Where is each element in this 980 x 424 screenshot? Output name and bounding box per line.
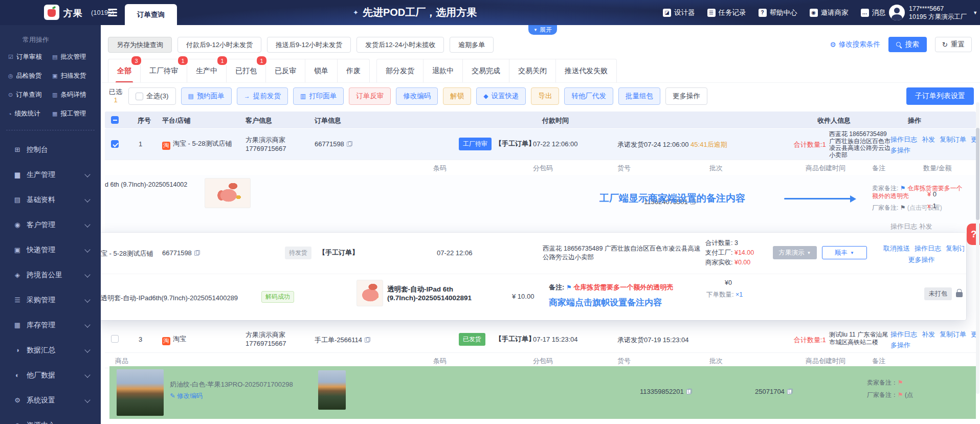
row1-checkbox[interactable] xyxy=(111,140,119,148)
copy-icon[interactable] xyxy=(347,141,352,147)
tab-voided[interactable]: 作废 xyxy=(338,59,369,83)
modify-search-link[interactable]: ⚙ 修改搜索条件 xyxy=(830,40,880,49)
tab-closed[interactable]: 交易关闭 xyxy=(509,59,556,83)
flag-icon[interactable]: ⚑ xyxy=(900,185,906,192)
tab-factory-audit[interactable]: 工厂待审1 xyxy=(141,59,187,83)
set-express-button[interactable]: ◆设置快递 xyxy=(476,87,526,105)
cancel-push-link[interactable]: 取消推送 xyxy=(883,244,910,252)
copy-icon[interactable] xyxy=(686,389,692,394)
menu-help-center[interactable]: ?帮助中心 xyxy=(759,8,797,17)
quickop-performance[interactable]: ◔绩效统计 xyxy=(8,109,40,118)
row3-customer: 方果演示商家17769715667 xyxy=(246,330,312,348)
tab-push-failed[interactable]: 推送代发失败 xyxy=(556,59,616,83)
op-log-link[interactable]: 操作日志 xyxy=(915,244,941,252)
sidebar-item-inventory[interactable]: ▦库存管理 xyxy=(0,313,101,338)
copy-order-link[interactable]: 复制订单 xyxy=(940,330,966,338)
sidebar-item-data-summary[interactable]: ◑数据汇总 xyxy=(0,338,101,363)
edit-code-link[interactable]: ✎ 修改编码 xyxy=(170,392,203,400)
flag-icon[interactable]: ⚑ xyxy=(566,284,572,291)
more-ops-link[interactable]: 更多操作 xyxy=(908,256,935,263)
quickop-batch-manage[interactable]: ▤批次管理 xyxy=(52,53,86,61)
reissue-link[interactable]: 补发 xyxy=(922,136,935,143)
sidebar-item-other-factory[interactable]: ◐他厂数据 xyxy=(0,363,101,388)
search-button[interactable]: 搜索 xyxy=(888,37,927,52)
chevron-down-icon xyxy=(84,322,90,327)
sidebar-divider xyxy=(6,130,95,130)
flag-icon[interactable]: ⚑ xyxy=(898,391,903,398)
sidebar-item-customers[interactable]: ◉客户管理 xyxy=(0,212,101,237)
suborder-list-settings-button[interactable]: 子订单列表设置 xyxy=(906,87,974,105)
tab-locked[interactable]: 锁单 xyxy=(305,59,338,83)
factory-note-hint[interactable]: (点击可设置) xyxy=(907,204,942,211)
reset-button[interactable]: ↻ 重置 xyxy=(935,37,972,52)
tab-order-query[interactable]: 订单查询 xyxy=(125,4,177,25)
flag-icon[interactable]: ⚑ xyxy=(898,379,903,386)
more-actions-button[interactable]: 更多操作 xyxy=(665,87,707,105)
user-account[interactable]: 177****5667 10195 方果演示工厂 ▼ xyxy=(889,0,977,25)
quickop-scan-ship[interactable]: ▣扫描发货 xyxy=(52,72,86,80)
express-select-dropdown[interactable]: 顺丰▼ xyxy=(822,246,867,259)
lock-icon[interactable] xyxy=(956,292,963,297)
row1-total-qty: 合计数量:1 xyxy=(794,140,826,149)
select-all-checkbox[interactable] xyxy=(136,93,143,100)
factory-select-dropdown[interactable]: 方果演示▼ xyxy=(773,246,817,259)
edit-code-button[interactable]: 修改编码 xyxy=(396,87,438,105)
sidebar-item-base-data[interactable]: ▤基础资料 xyxy=(0,187,101,212)
reserve-label-button[interactable]: ▤预约面单 xyxy=(181,87,232,105)
header-checkbox[interactable] xyxy=(111,116,119,124)
chevron-down-icon[interactable]: ▼ xyxy=(973,10,977,15)
copy-order-link[interactable]: 复制订单 xyxy=(946,244,964,252)
print-label-button[interactable]: ▥打印面单 xyxy=(293,87,344,105)
menu-messages[interactable]: …消息 xyxy=(861,8,886,17)
filter-unshipped-9-12h-pushed[interactable]: 推送后9-12小时未发货 xyxy=(267,37,351,53)
transfer-factory-button[interactable]: 转他厂代发 xyxy=(564,87,613,105)
overlay-receiver: 西蓝花 18656735489 广西壮族自治区百色市凌云县高速公路旁云边小卖部 xyxy=(543,244,702,262)
collapse-menu-icon[interactable] xyxy=(108,9,117,10)
sidebar-item-resources[interactable]: ⊚资源中心 xyxy=(0,413,101,424)
menu-task-log[interactable]: ☰任务记录 xyxy=(707,8,746,17)
tab-refunding[interactable]: 退款中 xyxy=(424,59,463,83)
filter-unshipped-9-12h-paid[interactable]: 付款后9-12小时未发货 xyxy=(177,37,261,53)
quickop-work-report[interactable]: ▦报工管理 xyxy=(52,109,86,118)
op-log-link[interactable]: 操作日志 xyxy=(890,330,917,338)
sidebar-item-settings[interactable]: ⚙系统设置 xyxy=(0,388,101,413)
copy-order-link[interactable]: 复制订单 xyxy=(940,136,966,143)
flag-icon[interactable]: ⚑ xyxy=(900,204,906,211)
copy-icon[interactable] xyxy=(365,337,370,343)
tab-all[interactable]: 全部3 xyxy=(108,59,141,83)
sidebar-item-production[interactable]: ▆生产管理 xyxy=(0,162,101,187)
copy-icon[interactable] xyxy=(787,389,792,394)
tab-packed[interactable]: 已打包1 xyxy=(227,59,266,83)
tab-partial-shipped[interactable]: 部分发货 xyxy=(377,59,424,83)
search-icon xyxy=(896,42,902,48)
menu-designer[interactable]: ◪设计器 xyxy=(663,8,695,17)
sidebar-item-console[interactable]: ⊞控制台 xyxy=(0,137,101,162)
order-reaudit-button[interactable]: 订单反审 xyxy=(349,87,391,105)
tab-re-audited[interactable]: 已反审 xyxy=(266,59,305,83)
quickop-barcode-detail[interactable]: ▥条码详情 xyxy=(52,91,86,99)
save-quick-query-button[interactable]: 另存为快捷查询 xyxy=(108,37,172,53)
scrollbar-thumb[interactable] xyxy=(976,128,979,220)
expand-toggle[interactable]: ▼ 展开 xyxy=(528,25,557,35)
copy-icon[interactable] xyxy=(194,250,199,256)
op-log-link[interactable]: 操作日志 xyxy=(890,136,917,143)
select-all-button[interactable]: 全选(3) xyxy=(128,87,176,105)
filter-overdue-multi[interactable]: 逾期多单 xyxy=(450,37,494,53)
sidebar-item-crossborder[interactable]: ◈跨境首公里 xyxy=(0,262,101,287)
unlock-button[interactable]: 解锁 xyxy=(443,87,471,105)
menu-invite-merchant[interactable]: ◉邀请商家 xyxy=(810,8,849,17)
quickop-order-query[interactable]: ⊙订单查询 xyxy=(8,91,41,99)
sidebar-item-express[interactable]: ▣快递管理 xyxy=(0,237,101,262)
reissue-link[interactable]: 补发 xyxy=(922,330,935,338)
tab-completed[interactable]: 交易完成 xyxy=(463,59,509,83)
batch-pack-button[interactable]: 批量组包 xyxy=(618,87,660,105)
row1-receiver: 西蓝花 18656735489 广西壮族自治区百色市凌云县高速公路旁云边小卖部 xyxy=(829,131,892,159)
quickop-order-audit[interactable]: ☑订单审核 xyxy=(8,53,42,61)
sidebar-item-purchase[interactable]: ☰采购管理 xyxy=(0,287,101,313)
tab-in-production[interactable]: 生产中1 xyxy=(187,59,227,83)
early-ship-button[interactable]: →提前发货 xyxy=(237,87,288,105)
filter-uncollected-12-24h[interactable]: 发货后12-24小时未揽收 xyxy=(357,37,444,53)
quickop-qc-inspect[interactable]: ◎品检验货 xyxy=(8,72,42,80)
row3-checkbox[interactable] xyxy=(111,335,119,343)
export-button[interactable]: 导出 xyxy=(531,87,559,105)
